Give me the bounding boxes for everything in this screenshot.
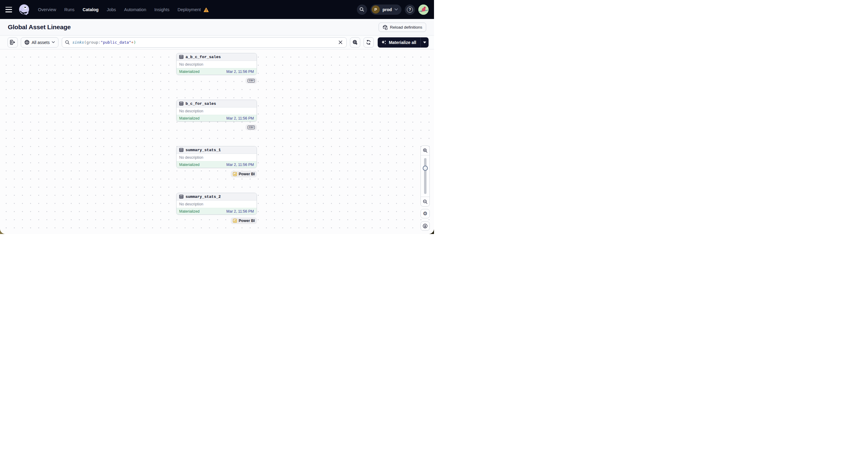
panel-expand-icon bbox=[10, 40, 16, 45]
materialized-timestamp: Mar 2, 11:56 PM bbox=[226, 209, 254, 214]
nav-right-cluster: P prod ? bbox=[357, 4, 429, 15]
asset-status-row: Materialized Mar 2, 11:56 PM bbox=[177, 115, 257, 121]
search-icon bbox=[65, 40, 70, 45]
query-function: sinks bbox=[72, 40, 84, 44]
page-header: Global Asset Lineage Reload definitions bbox=[0, 19, 434, 35]
warning-icon bbox=[204, 7, 209, 12]
globe-plus-icon bbox=[352, 40, 358, 45]
close-icon bbox=[339, 40, 342, 44]
zoom-out-icon bbox=[423, 199, 428, 204]
asset-status-row: Materialized Mar 2, 11:56 PM bbox=[177, 208, 257, 214]
deployment-switcher[interactable]: P prod bbox=[370, 4, 401, 15]
asset-group-summary-stats-2: summary_stats_2 No description Materiali… bbox=[176, 193, 257, 224]
caret-down-icon bbox=[423, 41, 426, 43]
open-sidebar-button[interactable] bbox=[7, 37, 18, 48]
query-open-paren: ( bbox=[84, 40, 87, 44]
asset-description: No description bbox=[177, 154, 257, 161]
table-icon bbox=[179, 55, 183, 59]
query-value: "public_data" bbox=[101, 40, 131, 44]
clear-query-button[interactable] bbox=[337, 39, 344, 45]
chevron-down-icon bbox=[52, 41, 55, 43]
nav-item-runs[interactable]: Runs bbox=[64, 7, 74, 12]
main-nav: Overview Runs Catalog Jobs Automation In… bbox=[38, 7, 209, 12]
asset-name: a_b_c_for_sales bbox=[186, 55, 221, 59]
asset-selection-query: sinks(group:"public_data"+) bbox=[72, 40, 337, 44]
asset-filter-input[interactable]: sinks(group:"public_data"+) bbox=[62, 37, 347, 48]
materialize-all-button[interactable]: Materialize all bbox=[378, 37, 421, 48]
asset-scope-dropdown[interactable]: All assets bbox=[21, 37, 58, 48]
materialized-status: Materialized bbox=[179, 163, 199, 167]
asset-status-row: Materialized Mar 2, 11:56 PM bbox=[177, 68, 257, 75]
asset-node[interactable]: b_c_for_sales No description Materialize… bbox=[176, 100, 257, 122]
asset-group-b-c-for-sales: b_c_for_sales No description Materialize… bbox=[176, 100, 257, 130]
materialized-status: Materialized bbox=[179, 209, 199, 214]
powerbi-label: Power BI bbox=[239, 172, 255, 176]
table-icon bbox=[179, 101, 183, 106]
query-close-paren: ) bbox=[133, 40, 136, 44]
user-avatar[interactable] bbox=[418, 4, 429, 15]
help-button[interactable]: ? bbox=[405, 4, 415, 15]
powerbi-icon bbox=[233, 172, 237, 176]
asset-node-header: b_c_for_sales bbox=[177, 100, 257, 107]
zoom-out-button[interactable] bbox=[421, 197, 430, 206]
zoom-in-button[interactable] bbox=[421, 146, 430, 155]
download-graph-button[interactable] bbox=[421, 221, 430, 231]
zoom-slider[interactable] bbox=[421, 155, 430, 197]
csv-tag[interactable]: CSV bbox=[245, 124, 257, 130]
asset-node-header: a_b_c_for_sales bbox=[177, 53, 257, 61]
zoom-slider-track[interactable] bbox=[424, 158, 427, 194]
materialize-options-button[interactable] bbox=[421, 37, 429, 48]
reload-definitions-label: Reload definitions bbox=[390, 25, 422, 30]
nav-item-deployment[interactable]: Deployment bbox=[177, 7, 200, 12]
csv-tag[interactable]: CSV bbox=[245, 78, 257, 84]
zoom-in-icon bbox=[423, 148, 428, 153]
powerbi-tag[interactable]: Power BI bbox=[231, 217, 257, 224]
menu-icon[interactable] bbox=[5, 7, 13, 13]
lineage-toolbar: All assets sinks(group:"public_data"+) bbox=[0, 35, 434, 50]
asset-description: No description bbox=[177, 200, 257, 208]
asset-node[interactable]: a_b_c_for_sales No description Materiali… bbox=[176, 53, 257, 75]
globe-icon bbox=[24, 40, 30, 45]
powerbi-icon bbox=[233, 219, 237, 223]
sparkles-icon bbox=[381, 40, 386, 45]
asset-group-a-b-c-for-sales: a_b_c_for_sales No description Materiali… bbox=[176, 53, 257, 84]
graph-settings-button[interactable]: ⚙ bbox=[421, 209, 430, 218]
deployment-name: prod bbox=[382, 7, 392, 12]
materialized-timestamp: Mar 2, 11:56 PM bbox=[226, 116, 254, 121]
materialize-all-label: Materialize all bbox=[389, 40, 416, 45]
asset-name: summary_stats_1 bbox=[186, 148, 221, 152]
table-icon bbox=[179, 194, 183, 199]
nav-item-insights[interactable]: Insights bbox=[154, 7, 169, 12]
powerbi-label: Power BI bbox=[239, 219, 255, 223]
powerbi-tag[interactable]: Power BI bbox=[231, 171, 257, 177]
asset-name: summary_stats_2 bbox=[186, 194, 221, 199]
search-icon bbox=[359, 7, 365, 12]
octopus-logo-icon bbox=[18, 4, 30, 15]
nav-item-catalog[interactable]: Catalog bbox=[83, 7, 98, 12]
reload-definitions-button[interactable]: Reload definitions bbox=[379, 23, 426, 32]
download-icon bbox=[423, 223, 428, 228]
lineage-canvas[interactable]: a_b_c_for_sales No description Materiali… bbox=[0, 50, 434, 234]
deployment-avatar: P bbox=[372, 5, 380, 13]
nav-item-overview[interactable]: Overview bbox=[38, 7, 56, 12]
nav-item-jobs[interactable]: Jobs bbox=[106, 7, 116, 12]
asset-group-summary-stats-1: summary_stats_1 No description Materiali… bbox=[176, 146, 257, 177]
asset-scope-label: All assets bbox=[32, 40, 50, 45]
app-window: Overview Runs Catalog Jobs Automation In… bbox=[0, 0, 434, 234]
refresh-button[interactable] bbox=[364, 37, 374, 48]
top-nav: Overview Runs Catalog Jobs Automation In… bbox=[0, 0, 434, 19]
query-key: group bbox=[87, 40, 98, 44]
global-search-button[interactable] bbox=[357, 4, 367, 15]
materialized-timestamp: Mar 2, 11:56 PM bbox=[226, 69, 254, 74]
asset-node[interactable]: summary_stats_1 No description Materiali… bbox=[176, 146, 257, 168]
asset-node[interactable]: summary_stats_2 No description Materiali… bbox=[176, 193, 257, 215]
dagster-logo[interactable] bbox=[18, 4, 30, 15]
refresh-icon bbox=[366, 40, 371, 45]
asset-status-row: Materialized Mar 2, 11:56 PM bbox=[177, 161, 257, 168]
zoom-slider-thumb[interactable] bbox=[423, 166, 428, 171]
expand-scope-button[interactable] bbox=[350, 37, 360, 48]
asset-name: b_c_for_sales bbox=[186, 101, 216, 106]
asset-node-header: summary_stats_1 bbox=[177, 146, 257, 154]
table-icon bbox=[179, 148, 183, 152]
nav-item-automation[interactable]: Automation bbox=[124, 7, 146, 12]
